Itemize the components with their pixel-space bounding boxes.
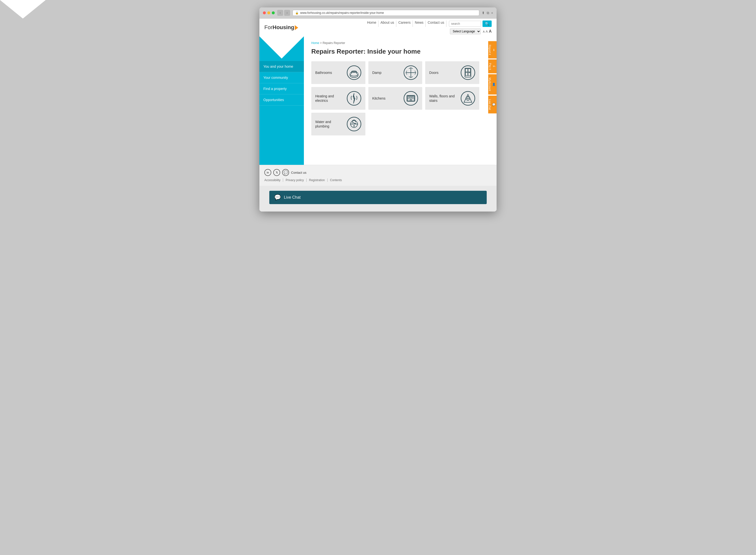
page-title: Repairs Reporter: Inside your home bbox=[311, 48, 489, 55]
search-button[interactable]: 🔍 bbox=[483, 20, 492, 27]
logo-regular: For bbox=[264, 24, 272, 30]
pay-it-button[interactable]: £ Pay it bbox=[488, 59, 497, 73]
card-walls-label: Walls, floors and stairs bbox=[429, 94, 458, 103]
heating-icon bbox=[347, 91, 361, 106]
card-bathrooms[interactable]: Bathrooms bbox=[311, 61, 365, 84]
contents-link[interactable]: Contents bbox=[327, 178, 344, 182]
chat-bubble-icon: 💬 bbox=[274, 194, 281, 201]
card-heating[interactable]: Heating and electrics bbox=[311, 87, 365, 110]
breadcrumb-home[interactable]: Home bbox=[311, 41, 319, 45]
myaccount-button[interactable]: 👤 MyAccount bbox=[488, 74, 497, 94]
live-chat-side-button[interactable]: 💬 Live chat bbox=[488, 96, 497, 114]
search-input[interactable] bbox=[449, 21, 481, 27]
svg-point-19 bbox=[408, 96, 410, 98]
nav-buttons: ‹ › bbox=[277, 10, 290, 16]
font-small[interactable]: A bbox=[483, 30, 485, 33]
card-doors[interactable]: Doors bbox=[425, 61, 479, 84]
url-text: www.forhousing.co.uk/repairs/repairs-rep… bbox=[300, 11, 384, 14]
svg-point-16 bbox=[404, 91, 418, 105]
svg-point-14 bbox=[469, 73, 470, 73]
header-nav-area: Home About us Careers News Contact us 🔍 … bbox=[305, 18, 497, 36]
bath-icon bbox=[347, 65, 361, 80]
page-content: ForHousing Home About us Careers News Co… bbox=[259, 18, 497, 212]
registration-link[interactable]: Registration bbox=[307, 178, 327, 182]
card-water[interactable]: Water and plumbing bbox=[311, 113, 365, 135]
live-chat-area: 💬 Live Chat bbox=[259, 186, 497, 212]
content-area: Home > Repairs Reporter Repairs Reporter… bbox=[304, 36, 497, 165]
nav-news[interactable]: News bbox=[413, 20, 426, 27]
cards-grid: Bathrooms bbox=[311, 61, 479, 135]
live-chat-bar[interactable]: 💬 Live Chat bbox=[269, 191, 487, 204]
sidebar-item-your-community[interactable]: Your community bbox=[259, 72, 304, 83]
maximize-btn[interactable] bbox=[272, 11, 275, 14]
footer-social: in 𝕏 💬 Contact us bbox=[264, 169, 492, 176]
accessibility-link[interactable]: Accessibility bbox=[264, 178, 283, 182]
minimize-btn[interactable] bbox=[267, 11, 270, 14]
back-button[interactable]: ‹ bbox=[277, 10, 283, 16]
live-chat-label: Live Chat bbox=[284, 195, 301, 200]
svg-point-20 bbox=[410, 96, 412, 98]
logo-arrow bbox=[295, 25, 298, 30]
linkedin-icon[interactable]: in bbox=[264, 169, 271, 176]
svg-point-21 bbox=[412, 96, 413, 98]
walls-icon bbox=[460, 91, 475, 106]
footer: in 𝕏 💬 Contact us Accessibility Privacy … bbox=[259, 165, 497, 186]
sidebar: You and your home Your community Find a … bbox=[259, 36, 304, 165]
card-kitchens-label: Kitchens bbox=[372, 96, 401, 100]
svg-point-8 bbox=[461, 66, 475, 80]
nav-contact[interactable]: Contact us bbox=[426, 20, 446, 27]
card-walls[interactable]: Walls, floors and stairs bbox=[425, 87, 479, 110]
browser-toolbar: ‹ › 🔒 www.forhousing.co.uk/repairs/repai… bbox=[259, 7, 497, 18]
sidebar-item-find-property[interactable]: Find a property bbox=[259, 83, 304, 94]
privacy-link[interactable]: Privacy policy bbox=[283, 178, 306, 182]
svg-rect-11 bbox=[468, 69, 471, 72]
logo[interactable]: ForHousing bbox=[264, 24, 298, 31]
svg-point-31 bbox=[354, 125, 355, 126]
report-it-button[interactable]: ℹ Report it bbox=[488, 41, 497, 58]
twitter-icon[interactable]: 𝕏 bbox=[273, 169, 280, 176]
language-select-row: Select Language A A A bbox=[450, 29, 492, 34]
sidebar-item-you-and-your-home[interactable]: You and your home bbox=[259, 61, 304, 72]
card-heating-label: Heating and electrics bbox=[315, 94, 344, 103]
damp-icon bbox=[403, 65, 418, 80]
svg-point-23 bbox=[410, 99, 412, 101]
water-icon bbox=[347, 117, 361, 131]
breadcrumb: Home > Repairs Reporter bbox=[311, 41, 489, 45]
forward-button[interactable]: › bbox=[284, 10, 290, 16]
card-doors-label: Doors bbox=[429, 71, 458, 75]
footer-links: Accessibility Privacy policy Registratio… bbox=[264, 178, 492, 182]
browser-right-icons: ⬆ ⧉ + bbox=[482, 11, 493, 15]
contact-us-link[interactable]: Contact us bbox=[291, 171, 306, 174]
sidebar-item-opportunities[interactable]: Opportunities bbox=[259, 94, 304, 105]
breadcrumb-current: Repairs Reporter bbox=[323, 41, 345, 45]
nav-about[interactable]: About us bbox=[379, 20, 396, 27]
svg-rect-10 bbox=[465, 69, 468, 72]
header-area: ForHousing Home About us Careers News Co… bbox=[259, 18, 497, 36]
chat-icon[interactable]: 💬 bbox=[282, 169, 289, 176]
logo-bold: Housing bbox=[272, 24, 294, 30]
svg-rect-12 bbox=[465, 73, 468, 76]
close-btn[interactable] bbox=[263, 11, 266, 14]
nav-careers[interactable]: Careers bbox=[396, 20, 413, 27]
font-size-controls: A A A bbox=[483, 29, 492, 34]
language-select[interactable]: Select Language bbox=[450, 29, 481, 34]
font-large[interactable]: A bbox=[489, 29, 492, 34]
browser-buttons bbox=[263, 11, 275, 14]
main-layout: You and your home Your community Find a … bbox=[259, 36, 497, 165]
share-icon[interactable]: ⬆ bbox=[482, 11, 485, 15]
browser-window: ‹ › 🔒 www.forhousing.co.uk/repairs/repai… bbox=[259, 7, 497, 212]
card-bathrooms-label: Bathrooms bbox=[315, 71, 344, 75]
sidebar-nav: You and your home Your community Find a … bbox=[259, 58, 304, 108]
card-damp-label: Damp bbox=[372, 71, 401, 75]
card-damp[interactable]: Damp bbox=[368, 61, 423, 84]
add-tab-icon[interactable]: + bbox=[491, 11, 493, 15]
card-kitchens[interactable]: Kitchens bbox=[368, 87, 423, 110]
nav-links-top: Home About us Careers News Contact us 🔍 bbox=[365, 20, 492, 27]
font-medium[interactable]: A bbox=[486, 30, 488, 33]
nav-home[interactable]: Home bbox=[365, 20, 379, 27]
header-logo-area: ForHousing bbox=[259, 18, 305, 36]
search-area: 🔍 bbox=[449, 20, 492, 27]
window-icon[interactable]: ⧉ bbox=[487, 11, 489, 15]
right-float-buttons: ℹ Report it £ Pay it 👤 MyAccount 💬 Live … bbox=[488, 41, 497, 114]
address-bar[interactable]: 🔒 www.forhousing.co.uk/repairs/repairs-r… bbox=[293, 10, 479, 16]
